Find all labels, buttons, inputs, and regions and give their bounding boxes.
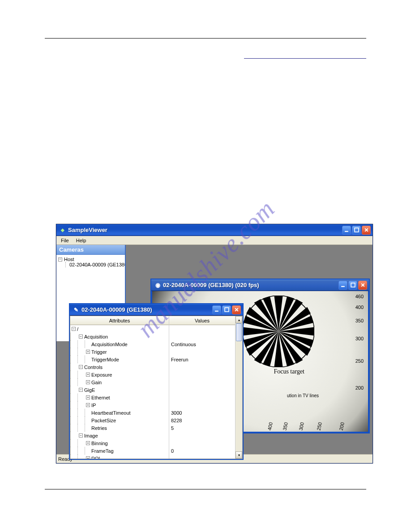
attr-value-cell[interactable] [169,439,235,447]
attr-tree-row[interactable]: HeartbeatTimeout [70,409,169,416]
expander-icon[interactable]: + [86,441,90,445]
live-titlebar[interactable]: ◉ 02-2040A-00009 (GE1380) (020 fps) [151,279,369,291]
attr-label: TriggerMode [91,357,119,362]
svg-rect-1 [355,228,359,232]
tick-right: 200 [355,385,364,390]
svg-rect-6 [225,308,229,312]
mdi-client-area: Cameras − Host 02-2040A-00009 (GE1380) [56,245,372,454]
attr-maximize-button[interactable] [222,305,231,314]
expander-icon[interactable]: − [79,388,83,392]
minimize-button[interactable] [342,226,351,235]
attr-value-cell[interactable] [169,455,235,459]
expander-icon[interactable]: − [79,335,83,339]
menu-help[interactable]: Help [73,237,90,244]
expander-icon[interactable]: + [86,350,90,354]
expander-icon[interactable]: + [86,395,90,399]
attr-titlebar[interactable]: ✎ 02-2040A-00009 (GE1380) [70,304,243,316]
expander-icon[interactable]: − [58,257,62,262]
expander-icon[interactable]: + [86,373,90,377]
expander-icon[interactable]: − [79,365,83,369]
attr-tree-row[interactable]: −/ [70,325,169,333]
attr-value-cell[interactable] [169,386,235,394]
attr-tree-row[interactable]: −GigE [70,386,169,394]
attr-value-cell[interactable]: Freerun [169,356,235,363]
attr-value-cell[interactable] [169,363,235,371]
attr-tree-row[interactable]: +IP [70,401,169,409]
app-icon: ◆ [59,227,66,234]
attr-tree-row[interactable]: PacketSize [70,416,169,424]
expander-icon[interactable]: + [86,403,90,407]
attr-label: / [77,326,78,332]
attr-label: Image [84,433,98,438]
maximize-button[interactable] [352,226,361,235]
attr-window-title: 02-2040A-00009 (GE1380) [81,306,212,313]
attr-label: Retries [91,425,107,431]
scroll-down-button[interactable]: ▾ [235,451,242,459]
focus-target-icon [243,296,314,367]
attr-value-cell[interactable]: 3000 [169,409,235,416]
attr-value-cell[interactable] [169,348,235,356]
attr-tree-row[interactable]: FrameTag [70,447,169,455]
tree-node-host[interactable]: − Host [58,257,123,262]
attr-value-cell[interactable] [169,333,235,340]
expander-icon[interactable]: − [79,433,83,438]
main-titlebar[interactable]: ◆ SampleViewer [56,224,372,236]
attr-tree-row[interactable]: −Controls [70,363,169,371]
attr-close-button[interactable] [232,305,241,314]
attr-tree-row[interactable]: Retries [70,424,169,432]
attr-value-cell[interactable] [169,432,235,439]
attr-tree-row[interactable]: −Image [70,432,169,439]
screenshot-region: ◆ SampleViewer File Help Cameras [56,224,374,466]
attr-tree-row[interactable]: +Binning [70,439,169,447]
attr-tree-row[interactable]: +Ethernet [70,394,169,401]
attr-tree-row[interactable]: +Gain [70,378,169,386]
attributes-grid[interactable]: Attributes −/−AcquisitionAcquisitionMode… [70,316,243,459]
attr-label: PacketSize [91,418,116,423]
svg-rect-0 [345,231,348,232]
scroll-track[interactable] [235,323,242,451]
close-button[interactable] [362,226,371,235]
svg-rect-5 [215,311,218,312]
attr-minimize-button[interactable] [212,305,221,314]
attributes-window: ✎ 02-2040A-00009 (GE1380) Attributes −/−… [69,303,244,460]
tree-node-camera[interactable]: 02-2040A-00009 (GE1380) [69,262,123,267]
attr-value-cell[interactable] [169,401,235,409]
attr-value-cell[interactable] [169,325,235,333]
column-header-values[interactable]: Values [169,316,235,325]
scroll-thumb[interactable] [236,323,242,341]
attr-vertical-scrollbar[interactable]: ▴ ▾ [235,316,242,459]
attr-tree-row[interactable]: +ROI [70,455,169,459]
attr-value-cell[interactable]: Continuous [169,340,235,348]
attr-tree-row[interactable]: +Trigger [70,348,169,356]
live-window-title: 02-2040A-00009 (GE1380) (020 fps) [163,282,338,288]
live-maximize-button[interactable] [348,281,357,290]
tree-label-host: Host [64,257,74,262]
attr-label: GigE [84,387,95,393]
attr-tree-row[interactable]: −Acquisition [70,333,169,340]
attr-value-cell[interactable] [169,394,235,401]
expander-icon[interactable]: − [72,327,76,331]
scroll-up-button[interactable]: ▴ [235,316,242,323]
attr-value-cell[interactable] [169,378,235,386]
page-rule-bottom [45,489,366,489]
attr-value-cell[interactable] [169,371,235,378]
column-header-attributes[interactable]: Attributes [70,316,169,325]
expander-icon[interactable]: + [86,380,90,384]
attr-value-cell[interactable]: 5 [169,424,235,432]
attr-label: FrameTag [91,448,114,454]
svg-rect-2 [341,286,345,287]
live-minimize-button[interactable] [338,281,347,290]
attr-value-cell[interactable]: 0 [169,447,235,455]
menu-file[interactable]: File [57,237,73,244]
attr-value-cell[interactable]: 8228 [169,416,235,424]
wrench-icon: ✎ [73,306,80,313]
attr-tree-row[interactable]: +Exposure [70,371,169,378]
live-close-button[interactable] [358,281,367,290]
attr-label: AcquisitionMode [91,342,128,347]
eye-icon: ◉ [154,282,161,289]
expander-icon[interactable]: + [86,456,90,459]
attr-label: Acquisition [84,334,108,339]
attr-tree-row[interactable]: TriggerMode [70,356,169,363]
main-window-title: SampleViewer [68,227,342,233]
attr-tree-row[interactable]: AcquisitionMode [70,340,169,348]
